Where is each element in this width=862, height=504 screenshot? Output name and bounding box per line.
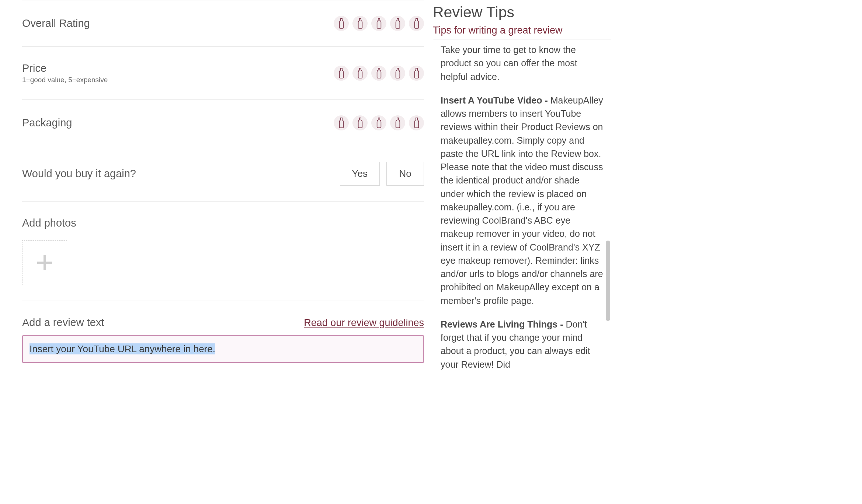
label-block: Overall Rating (22, 17, 90, 29)
no-button[interactable]: No (386, 162, 424, 186)
section-buy-again: Would you buy it again? Yes No (22, 146, 424, 201)
price-sublabel: 1=good value, 5=expensive (22, 76, 108, 84)
rating-bottle-icon[interactable] (409, 66, 424, 81)
overall-rating-label: Overall Rating (22, 17, 90, 29)
rating-bottle-icon[interactable] (390, 66, 405, 81)
plus-icon (37, 255, 52, 270)
section-overall-rating: Overall Rating (22, 0, 424, 46)
rating-bottle-icon[interactable] (352, 66, 368, 81)
review-form: Overall Rating Price 1=good value, 5=exp… (22, 0, 424, 363)
add-photo-button[interactable] (22, 240, 67, 285)
buy-again-label: Would you buy it again? (22, 168, 136, 180)
section-review-text: Add a review text Read our review guidel… (22, 301, 424, 363)
section-packaging-rating: Packaging (22, 99, 424, 146)
rating-bottle-icon[interactable] (409, 16, 424, 31)
rating-bottle-icon[interactable] (334, 115, 349, 130)
review-textarea[interactable]: Insert your YouTube URL anywhere in here… (22, 335, 424, 363)
tips-text: MakeupAlley allows members to insert You… (441, 95, 603, 306)
review-tips-title: Review Tips (433, 4, 849, 21)
review-textarea-selection: Insert your YouTube URL anywhere in here… (29, 343, 215, 354)
rating-bottle-icon[interactable] (390, 115, 405, 130)
rating-bottle-icon[interactable] (371, 115, 386, 130)
tips-bold: Insert A YouTube Video - (441, 95, 548, 105)
tips-para: Reviews Are Living Things - Don't forget… (441, 318, 604, 371)
tips-bold: Reviews Are Living Things - (441, 319, 563, 329)
label-block: Price 1=good value, 5=expensive (22, 62, 108, 84)
tips-scrollbox: Take your time to get to know the produc… (433, 39, 611, 449)
section-price-rating: Price 1=good value, 5=expensive (22, 46, 424, 99)
tips-writing-link[interactable]: Tips for writing a great review (433, 25, 849, 36)
rating-bottle-icon[interactable] (371, 66, 386, 81)
price-rating-input (334, 66, 424, 81)
packaging-rating-input (334, 115, 424, 130)
price-label: Price (22, 62, 108, 74)
packaging-label: Packaging (22, 117, 72, 129)
rating-bottle-icon[interactable] (334, 16, 349, 31)
rating-bottle-icon[interactable] (409, 115, 424, 130)
guidelines-link[interactable]: Read our review guidelines (304, 317, 424, 329)
overall-rating-input (334, 16, 424, 31)
rating-bottle-icon[interactable] (390, 16, 405, 31)
tips-content: Take your time to get to know the produc… (433, 39, 606, 385)
section-add-photos: Add photos (22, 201, 424, 301)
rating-bottle-icon[interactable] (352, 115, 368, 130)
scrollbar-thumb[interactable] (606, 241, 610, 321)
label-block: Packaging (22, 117, 72, 129)
add-photos-label: Add photos (22, 217, 424, 229)
tips-para: Insert A YouTube Video - MakeupAlley all… (441, 94, 604, 307)
review-text-header: Add a review text Read our review guidel… (22, 316, 424, 329)
tips-para: Take your time to get to know the produc… (441, 43, 604, 83)
rating-bottle-icon[interactable] (371, 16, 386, 31)
sidebar-review-tips: Review Tips Tips for writing a great rev… (433, 0, 849, 449)
review-text-label: Add a review text (22, 316, 104, 329)
rating-bottle-icon[interactable] (352, 16, 368, 31)
buy-again-buttons: Yes No (340, 162, 424, 186)
rating-bottle-icon[interactable] (334, 66, 349, 81)
yes-button[interactable]: Yes (340, 162, 380, 186)
